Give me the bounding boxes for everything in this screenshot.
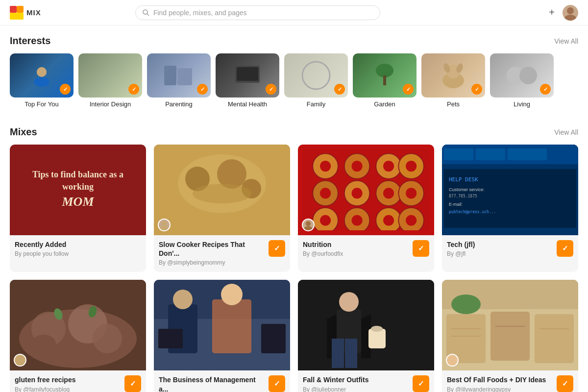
svg-point-37 bbox=[383, 161, 394, 172]
interests-row: ✓ Top For You ✓ Interior Design ✓ Parent… bbox=[10, 53, 578, 113]
mix-follow-tech[interactable]: ✓ bbox=[557, 240, 573, 257]
svg-text:877.705.1875: 877.705.1875 bbox=[449, 194, 477, 198]
logo-text: MIX bbox=[26, 8, 41, 17]
svg-point-8 bbox=[34, 77, 49, 87]
interest-item-living[interactable]: ✓ Living bbox=[490, 53, 554, 108]
mix-card-slow-cooker[interactable]: Slow Cooker Recipes That Don'... By @sim… bbox=[154, 145, 290, 272]
mixes-title: Mixes bbox=[10, 126, 37, 138]
mix-card-gluten-free[interactable]: gluten free recipes By @familyfocusblog … bbox=[10, 280, 146, 392]
mix-title-outfits: Fall & Winter Outfits bbox=[303, 375, 409, 384]
mix-card-tech[interactable]: HELP DESK Customer service: 877.705.1875… bbox=[442, 145, 578, 272]
interest-item-pets[interactable]: ✓ Pets bbox=[421, 53, 485, 108]
mix-follow-nutrition[interactable]: ✓ bbox=[413, 240, 429, 257]
interest-label-mental-health: Mental Health bbox=[228, 100, 267, 108]
svg-rect-60 bbox=[444, 148, 473, 160]
mix-author-nutrition: By @ourfoodfix bbox=[303, 250, 409, 257]
search-placeholder[interactable]: Find people, mixes, and pages bbox=[153, 9, 247, 17]
svg-point-39 bbox=[320, 188, 331, 198]
interests-view-all[interactable]: View All bbox=[554, 37, 578, 45]
mix-logo-icon bbox=[10, 6, 24, 20]
interest-item-parenting[interactable]: ✓ Parenting bbox=[147, 53, 211, 108]
mix-author-gluten-free: By @familyfocusblog bbox=[15, 386, 121, 392]
svg-point-28 bbox=[193, 184, 251, 203]
svg-point-35 bbox=[352, 161, 363, 172]
interest-check-living: ✓ bbox=[540, 84, 551, 95]
interest-img-living: ✓ bbox=[490, 53, 554, 98]
mixes-section: Mixes View All Tips to find balance as a… bbox=[10, 126, 578, 392]
svg-rect-13 bbox=[237, 67, 258, 81]
mixes-view-all[interactable]: View All bbox=[554, 128, 578, 136]
svg-point-22 bbox=[519, 67, 537, 84]
svg-point-77 bbox=[18, 357, 23, 362]
svg-point-41 bbox=[352, 188, 363, 198]
svg-rect-86 bbox=[261, 324, 286, 353]
svg-point-30 bbox=[160, 226, 169, 230]
interest-label-living: Living bbox=[514, 100, 530, 108]
mix-info-recently-added: Recently Added By people you follow bbox=[10, 235, 146, 263]
svg-point-5 bbox=[567, 7, 574, 14]
mix-thumb-nutrition bbox=[298, 145, 434, 235]
svg-text:pubtech@press.uch...: pubtech@press.uch... bbox=[449, 210, 496, 214]
svg-point-104 bbox=[450, 357, 455, 362]
interest-label-garden: Garden bbox=[374, 100, 395, 108]
interest-item-garden[interactable]: ✓ Garden bbox=[353, 53, 416, 108]
interest-check-parenting: ✓ bbox=[197, 84, 208, 95]
svg-rect-97 bbox=[490, 312, 530, 361]
mix-follow-fall-foods[interactable]: ✓ bbox=[557, 375, 573, 392]
mix-follow-business[interactable]: ✓ bbox=[269, 375, 285, 392]
svg-rect-98 bbox=[535, 314, 574, 363]
svg-point-73 bbox=[93, 324, 122, 353]
svg-point-45 bbox=[406, 161, 416, 172]
interest-label-top-for-you: Top For You bbox=[24, 100, 58, 108]
main-content: Interests View All ✓ Top For You ✓ Inter… bbox=[0, 25, 588, 392]
mix-card-outfits[interactable]: Fall & Winter Outfits By @juliebonner ✓ bbox=[298, 280, 434, 392]
interest-label-interior: Interior Design bbox=[90, 100, 131, 108]
interest-item-top-for-you[interactable]: ✓ Top For You bbox=[10, 53, 74, 108]
search-bar[interactable]: Find people, mixes, and pages bbox=[135, 5, 380, 20]
mix-avatar-slow-cooker bbox=[158, 219, 171, 231]
mixes-section-header: Mixes View All bbox=[10, 126, 578, 138]
svg-point-43 bbox=[383, 188, 394, 198]
mix-card-recently-added[interactable]: Tips to find balance as a workingMOM Rec… bbox=[10, 145, 146, 272]
interest-check-family: ✓ bbox=[334, 84, 345, 95]
mixes-grid: Tips to find balance as a workingMOM Rec… bbox=[10, 145, 578, 392]
mix-info-slow-cooker: Slow Cooker Recipes That Don'... By @sim… bbox=[154, 235, 290, 272]
svg-rect-83 bbox=[212, 299, 251, 353]
mix-info-gluten-free: gluten free recipes By @familyfocusblog … bbox=[10, 370, 146, 392]
mix-title-fall-foods: Best Of Fall Foods + DIY Ideas bbox=[447, 375, 553, 384]
interest-img-pets: ✓ bbox=[421, 53, 485, 98]
interests-section-header: Interests View All bbox=[10, 35, 578, 47]
interest-img-family: ✓ bbox=[284, 53, 348, 98]
interest-img-interior-design: ✓ bbox=[78, 53, 142, 98]
add-button[interactable]: + bbox=[549, 7, 555, 18]
mix-card-nutrition[interactable]: Nutrition By @ourfoodfix ✓ bbox=[298, 145, 434, 272]
interest-item-mental-health[interactable]: ✓ Mental Health bbox=[216, 53, 279, 108]
interests-title: Interests bbox=[10, 35, 50, 47]
mix-thumb-slow-cooker bbox=[154, 145, 290, 235]
mix-follow-slow-cooker[interactable]: ✓ bbox=[269, 240, 285, 257]
mix-thumb-tech: HELP DESK Customer service: 877.705.1875… bbox=[442, 145, 578, 235]
mix-thumb-business bbox=[154, 280, 290, 370]
mix-title-recently-added: Recently Added bbox=[15, 240, 137, 249]
interest-img-parenting: ✓ bbox=[147, 53, 211, 98]
svg-rect-2 bbox=[10, 13, 24, 20]
mix-card-fall-foods[interactable]: Best Of Fall Foods + DIY Ideas By @lilyw… bbox=[442, 280, 578, 392]
interest-item-family[interactable]: ✓ Family bbox=[284, 53, 348, 108]
mix-follow-gluten-free[interactable]: ✓ bbox=[124, 375, 141, 392]
svg-rect-0 bbox=[10, 6, 17, 13]
svg-point-57 bbox=[304, 226, 313, 230]
svg-point-3 bbox=[143, 10, 147, 14]
user-avatar[interactable] bbox=[563, 5, 578, 21]
interest-item-interior-design[interactable]: ✓ Interior Design bbox=[78, 53, 142, 108]
logo[interactable]: MIX bbox=[10, 6, 41, 20]
interest-img-mental-health: ✓ bbox=[216, 53, 279, 98]
mix-card-business[interactable]: The Business of Management a... By @rebe… bbox=[154, 280, 290, 392]
mix-title-nutrition: Nutrition bbox=[303, 240, 409, 249]
mix-follow-outfits[interactable]: ✓ bbox=[413, 375, 429, 392]
svg-rect-1 bbox=[17, 6, 24, 13]
mix-author-outfits: By @juliebonner bbox=[303, 386, 409, 392]
svg-point-105 bbox=[448, 362, 457, 366]
svg-point-14 bbox=[302, 62, 330, 89]
svg-point-99 bbox=[451, 294, 481, 314]
svg-rect-11 bbox=[177, 68, 192, 85]
